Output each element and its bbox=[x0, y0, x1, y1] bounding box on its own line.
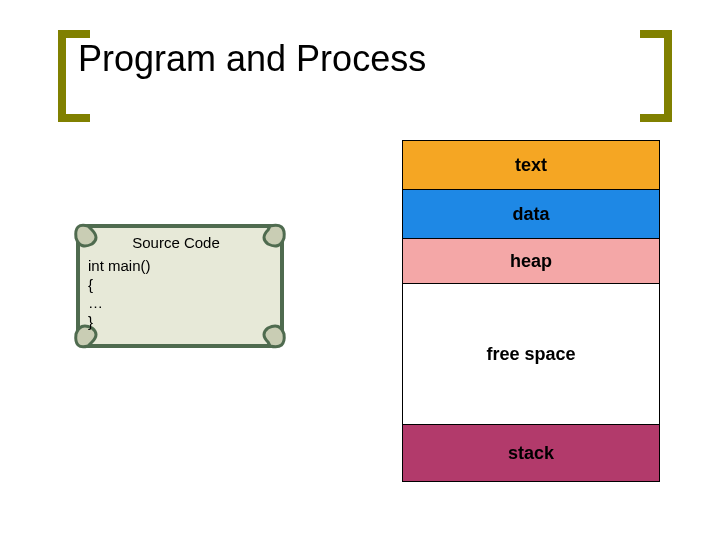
segment-stack-label: stack bbox=[508, 443, 554, 464]
segment-data: data bbox=[402, 189, 660, 239]
segment-text-label: text bbox=[515, 155, 547, 176]
source-code-heading: Source Code bbox=[88, 234, 272, 253]
segment-text: text bbox=[402, 140, 660, 190]
segment-heap-label: heap bbox=[510, 251, 552, 272]
code-line-2: { bbox=[88, 276, 93, 293]
segment-stack: stack bbox=[402, 424, 660, 482]
segment-data-label: data bbox=[512, 204, 549, 225]
segment-free: free space bbox=[402, 283, 660, 425]
memory-layout: text data heap free space stack bbox=[402, 140, 660, 482]
segment-heap: heap bbox=[402, 238, 660, 284]
code-line-4: } bbox=[88, 313, 93, 330]
right-bracket-icon bbox=[640, 30, 672, 122]
source-code-scroll: Source Code int main() { … } bbox=[70, 216, 290, 356]
slide-title: Program and Process bbox=[78, 38, 426, 80]
segment-free-label: free space bbox=[486, 344, 575, 365]
slide-title-container: Program and Process bbox=[58, 46, 672, 120]
code-line-3: … bbox=[88, 294, 103, 311]
source-code-text: Source Code int main() { … } bbox=[88, 234, 272, 332]
code-line-1: int main() bbox=[88, 257, 151, 274]
